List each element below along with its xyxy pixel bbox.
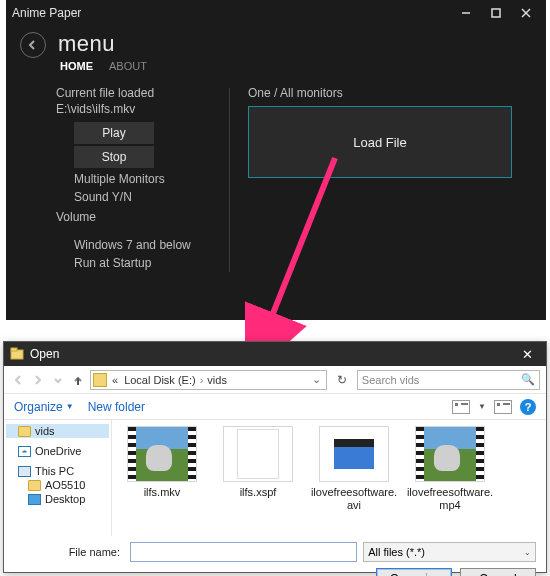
new-folder-button[interactable]: New folder bbox=[88, 400, 145, 414]
dialog-title: Open bbox=[30, 347, 59, 361]
caret-down-icon: ▼ bbox=[66, 402, 74, 411]
tab-about[interactable]: ABOUT bbox=[109, 60, 147, 72]
organize-menu[interactable]: Organize▼ bbox=[14, 400, 74, 414]
dialog-toolbar: Organize▼ New folder ▼ ? bbox=[4, 394, 546, 420]
svg-rect-1 bbox=[492, 9, 500, 17]
dialog-footer: File name: All files (*.*)⌄ Open▼ Cancel bbox=[4, 536, 546, 576]
tree-item-desktop[interactable]: Desktop bbox=[6, 492, 109, 506]
back-button[interactable] bbox=[20, 32, 46, 58]
crumb-disk[interactable]: Local Disk (E:) bbox=[121, 374, 199, 386]
file-name: ilfs.xspf bbox=[240, 486, 277, 499]
nav-up-button[interactable] bbox=[70, 372, 86, 388]
minimize-button[interactable] bbox=[452, 4, 480, 22]
monitors-heading: One / All monitors bbox=[248, 86, 512, 100]
option-win7-below[interactable]: Windows 7 and below bbox=[74, 236, 211, 254]
stop-button[interactable]: Stop bbox=[74, 146, 154, 168]
refresh-button[interactable]: ↻ bbox=[331, 373, 353, 387]
tree-item-thispc[interactable]: This PC bbox=[6, 464, 109, 478]
folder-tree: vids OneDrive This PC AO5510 Desktop bbox=[4, 420, 112, 536]
search-input[interactable]: Search vids 🔍 bbox=[357, 370, 540, 390]
divider bbox=[229, 88, 230, 272]
search-icon: 🔍 bbox=[521, 373, 535, 386]
folder-icon bbox=[18, 426, 31, 437]
dialog-close-button[interactable]: ✕ bbox=[514, 347, 540, 362]
page-title: menu bbox=[58, 31, 115, 57]
tree-item-ao5510[interactable]: AO5510 bbox=[6, 478, 109, 492]
dialog-titlebar: Open ✕ bbox=[4, 342, 546, 366]
window-title: Anime Paper bbox=[12, 6, 452, 20]
onedrive-icon bbox=[18, 446, 31, 457]
video-thumbnail bbox=[127, 426, 197, 482]
option-run-startup[interactable]: Run at Startup bbox=[74, 254, 211, 272]
monitors-column: One / All monitors Load File bbox=[248, 86, 532, 272]
file-name: ilfs.mkv bbox=[144, 486, 181, 499]
filetype-filter[interactable]: All files (*.*)⌄ bbox=[363, 542, 536, 562]
file-item[interactable]: ilfs.mkv bbox=[114, 426, 210, 530]
file-item[interactable]: ilovefreesoftware.mp4 bbox=[402, 426, 498, 530]
filename-input[interactable] bbox=[130, 542, 357, 562]
preview-pane-button[interactable] bbox=[494, 400, 512, 414]
dialog-nav: « Local Disk (E:) › vids ⌄ ↻ Search vids… bbox=[4, 366, 546, 394]
tree-item-vids[interactable]: vids bbox=[6, 424, 109, 438]
file-thumbnail bbox=[223, 426, 293, 482]
video-thumbnail bbox=[415, 426, 485, 482]
folder-icon bbox=[93, 373, 107, 387]
svg-rect-5 bbox=[11, 348, 17, 351]
nav-back-button[interactable] bbox=[10, 372, 26, 388]
load-file-button[interactable]: Load File bbox=[248, 106, 512, 178]
option-sound-yn[interactable]: Sound Y/N bbox=[74, 188, 211, 206]
video-icon bbox=[319, 426, 389, 482]
current-file-label: Current file loaded bbox=[56, 86, 211, 100]
nav-forward-button[interactable] bbox=[30, 372, 46, 388]
close-button[interactable] bbox=[512, 4, 540, 22]
caret-down-icon[interactable]: ▼ bbox=[478, 402, 486, 411]
current-file-path: E:\vids\ilfs.mkv bbox=[56, 102, 211, 116]
subtabs: HOME ABOUT bbox=[6, 60, 546, 72]
tree-item-onedrive[interactable]: OneDrive bbox=[6, 444, 109, 458]
volume-label: Volume bbox=[56, 210, 211, 224]
settings-column: Current file loaded E:\vids\ilfs.mkv Pla… bbox=[56, 86, 211, 272]
file-item[interactable]: ilfs.xspf bbox=[210, 426, 306, 530]
file-list: ilfs.mkv ilfs.xspf ilovefreesoftware.avi… bbox=[112, 420, 546, 536]
anime-paper-window: Anime Paper menu HOME ABOUT Current file… bbox=[6, 0, 546, 320]
view-options-button[interactable] bbox=[452, 400, 470, 414]
dialog-icon bbox=[10, 347, 24, 361]
search-placeholder: Search vids bbox=[362, 374, 521, 386]
titlebar: Anime Paper bbox=[6, 0, 546, 26]
pc-icon bbox=[18, 466, 31, 477]
file-name: ilovefreesoftware.avi bbox=[309, 486, 399, 511]
crumb-folder[interactable]: vids bbox=[204, 374, 230, 386]
chevron-down-icon[interactable]: ⌄ bbox=[309, 373, 324, 386]
nav-recent-button[interactable] bbox=[50, 372, 66, 388]
play-button[interactable]: Play bbox=[74, 122, 154, 144]
option-multiple-monitors[interactable]: Multiple Monitors bbox=[74, 170, 211, 188]
crumb-prefix: « bbox=[109, 374, 121, 386]
caret-down-icon: ⌄ bbox=[524, 548, 531, 557]
desktop-icon bbox=[28, 494, 41, 505]
open-file-dialog: Open ✕ « Local Disk (E:) › vids ⌄ ↻ Sear… bbox=[3, 341, 547, 573]
file-item[interactable]: ilovefreesoftware.avi bbox=[306, 426, 402, 530]
open-button[interactable]: Open▼ bbox=[376, 568, 452, 576]
app-header: menu bbox=[6, 26, 546, 58]
cancel-button[interactable]: Cancel bbox=[460, 568, 536, 576]
maximize-button[interactable] bbox=[482, 4, 510, 22]
tab-home[interactable]: HOME bbox=[60, 60, 93, 72]
file-name: ilovefreesoftware.mp4 bbox=[405, 486, 495, 511]
folder-icon bbox=[28, 480, 41, 491]
filename-label: File name: bbox=[14, 546, 124, 558]
breadcrumb[interactable]: « Local Disk (E:) › vids ⌄ bbox=[90, 370, 327, 390]
help-button[interactable]: ? bbox=[520, 399, 536, 415]
